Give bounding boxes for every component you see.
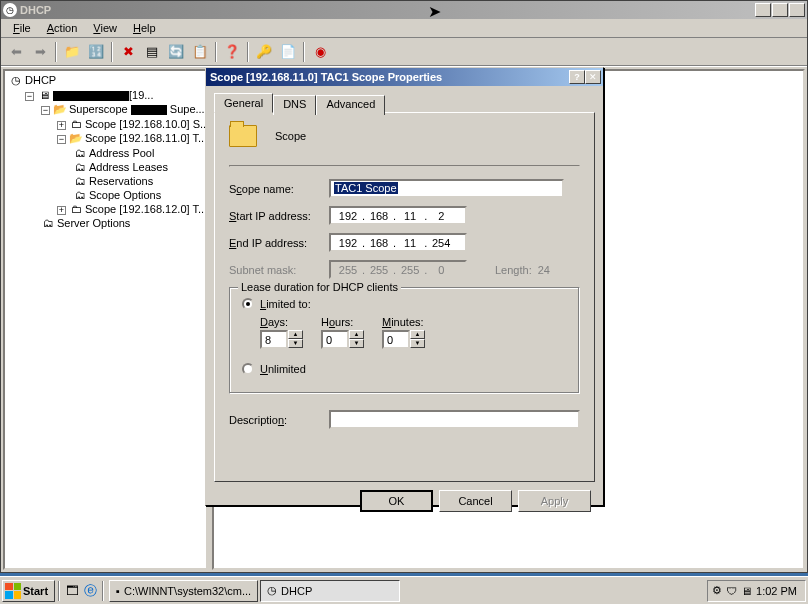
maximize-button[interactable]: ❐ [772, 3, 788, 17]
row-description: Description: [229, 410, 580, 429]
radio-unlimited-row[interactable]: Unlimited [242, 363, 567, 375]
tab-general[interactable]: General [214, 93, 273, 113]
hours-down[interactable]: ▼ [349, 339, 364, 348]
stop-icon[interactable]: ◉ [309, 41, 331, 63]
tab-panel-general: Scope Scope name: TAC1 Scope Start IP ad… [214, 112, 595, 482]
pool-icon: 🗂 [73, 147, 87, 159]
tree-server-options[interactable]: 🗂Server Options [7, 216, 204, 230]
minutes-up[interactable]: ▲ [410, 330, 425, 339]
tree-root[interactable]: ◷DHCP [7, 73, 204, 88]
dialog-title: Scope [192.168.11.0] TAC1 Scope Properti… [208, 71, 569, 83]
row-subnet-mask: Subnet mask: 255. 255. 255. 0 Length: 24 [229, 260, 580, 279]
toolbar: ⬅ ➡ 📁 🔢 ✖ ▤ 🔄 📋 ❓ 🔑 📄 ◉ [1, 38, 807, 66]
radio-limited-row[interactable]: Limited to: [242, 298, 567, 310]
cancel-button[interactable]: Cancel [439, 490, 512, 512]
tree-address-pool[interactable]: 🗂Address Pool [7, 146, 204, 160]
scope-icon: 🗀 [69, 118, 83, 130]
ok-button[interactable]: OK [360, 490, 433, 512]
minutes-input[interactable] [382, 330, 410, 349]
expand-icon[interactable]: + [57, 121, 66, 130]
refresh-button[interactable]: 🔄 [165, 41, 187, 63]
days-label: Days: [260, 316, 303, 328]
tree-scope-options[interactable]: 🗂Scope Options [7, 188, 204, 202]
folder-icon: 📂 [53, 103, 67, 116]
dialog-close-button[interactable]: ✕ [585, 70, 601, 84]
tree-reservations[interactable]: 🗂Reservations [7, 174, 204, 188]
minutes-label: Minutes: [382, 316, 425, 328]
hours-input[interactable] [321, 330, 349, 349]
show-hide-button[interactable]: 🔢 [85, 41, 107, 63]
scope-header-label: Scope [275, 130, 306, 142]
minimize-button[interactable]: _ [755, 3, 771, 17]
tree-address-leases[interactable]: 🗂Address Leases [7, 160, 204, 174]
redacted-text [131, 105, 167, 115]
days-input[interactable] [260, 330, 288, 349]
tray-icon-1[interactable]: ⚙ [712, 584, 722, 597]
tree: ◷DHCP −🖥[19... −📂Superscope Supe... +🗀Sc… [5, 71, 206, 232]
tree-scope-3[interactable]: +🗀Scope [192.168.12.0] T... [7, 202, 204, 216]
hours-group: Hours: ▲▼ [321, 316, 364, 349]
taskbar-dhcp[interactable]: ◷ DHCP [260, 580, 400, 602]
label-end-ip: End IP address: [229, 237, 329, 249]
cmd-icon: ▪ [116, 585, 120, 597]
tool-icon-b[interactable]: 📄 [277, 41, 299, 63]
main-titlebar: ◷ DHCP _ ❐ ✕ [1, 1, 807, 19]
menu-action[interactable]: Action [39, 20, 86, 36]
radio-limited[interactable] [242, 298, 254, 310]
delete-button[interactable]: ✖ [117, 41, 139, 63]
expand-icon[interactable]: + [57, 206, 66, 215]
tray-icon-3[interactable]: 🖥 [741, 585, 752, 597]
row-scope-name: Scope name: TAC1 Scope [229, 179, 580, 198]
tab-advanced[interactable]: Advanced [316, 95, 385, 115]
collapse-icon[interactable]: − [25, 92, 34, 101]
days-down[interactable]: ▼ [288, 339, 303, 348]
days-up[interactable]: ▲ [288, 330, 303, 339]
dhcp-icon: ◷ [9, 74, 23, 87]
days-group: Days: ▲▼ [260, 316, 303, 349]
back-button[interactable]: ⬅ [5, 41, 27, 63]
dialog-help-button[interactable]: ? [569, 70, 585, 84]
tab-dns[interactable]: DNS [273, 95, 316, 115]
export-button[interactable]: 📋 [189, 41, 211, 63]
scope-folder-icon [229, 125, 257, 147]
forward-button[interactable]: ➡ [29, 41, 51, 63]
apply-button[interactable]: Apply [518, 490, 591, 512]
menu-help[interactable]: Help [125, 20, 164, 36]
tree-superscope[interactable]: −📂Superscope Supe... [7, 102, 204, 117]
description-input[interactable] [329, 410, 580, 429]
radio-unlimited[interactable] [242, 363, 254, 375]
scope-icon: 🗀 [69, 203, 83, 215]
tree-scope-1[interactable]: +🗀Scope [192.168.10.0] S... [7, 117, 204, 131]
collapse-icon[interactable]: − [57, 135, 66, 144]
menu-file[interactable]: File [5, 20, 39, 36]
help-button[interactable]: ❓ [221, 41, 243, 63]
menu-view[interactable]: View [85, 20, 125, 36]
tool-icon-a[interactable]: 🔑 [253, 41, 275, 63]
redacted-text [53, 91, 129, 101]
reservations-icon: 🗂 [73, 175, 87, 187]
start-ip-input[interactable]: 192. 168. 11. 2 [329, 206, 467, 225]
scope-name-input[interactable]: TAC1 Scope [329, 179, 564, 198]
minutes-down[interactable]: ▼ [410, 339, 425, 348]
tray-icon-2[interactable]: 🛡 [726, 585, 737, 597]
tree-server[interactable]: −🖥[19... [7, 88, 204, 102]
properties-button[interactable]: ▤ [141, 41, 163, 63]
collapse-icon[interactable]: − [41, 106, 50, 115]
dialog-body: General DNS Advanced Scope Scope name: T… [206, 86, 603, 516]
lease-duration-group: Lease duration for DHCP clients Limited … [229, 287, 580, 394]
up-button[interactable]: 📁 [61, 41, 83, 63]
tree-scope-2[interactable]: −📂Scope [192.168.11.0] T... [7, 131, 204, 146]
close-button[interactable]: ✕ [789, 3, 805, 17]
hours-up[interactable]: ▲ [349, 330, 364, 339]
minutes-group: Minutes: ▲▼ [382, 316, 425, 349]
taskbar-cmd[interactable]: ▪ C:\WINNT\system32\cm... [109, 580, 258, 602]
ie-icon[interactable]: ⓔ [81, 582, 99, 600]
windows-logo-icon [5, 583, 21, 599]
server-options-icon: 🗂 [41, 217, 55, 229]
start-button[interactable]: Start [2, 580, 55, 602]
dhcp-app-icon: ◷ [3, 3, 17, 17]
show-desktop-icon[interactable]: 🗔 [63, 582, 81, 600]
row-start-ip: Start IP address: 192. 168. 11. 2 [229, 206, 580, 225]
end-ip-input[interactable]: 192. 168. 11. 254 [329, 233, 467, 252]
clock[interactable]: 1:02 PM [756, 585, 797, 597]
